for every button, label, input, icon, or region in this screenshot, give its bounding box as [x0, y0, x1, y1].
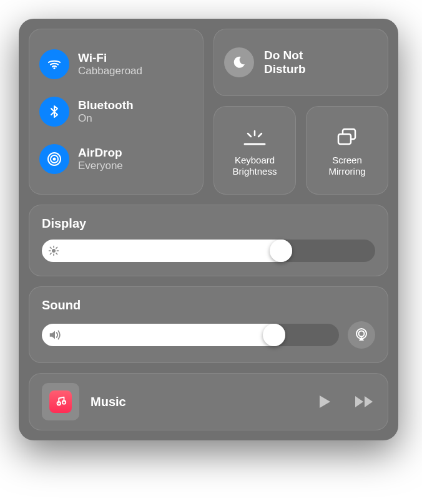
airdrop-text: AirDrop Everyone	[78, 146, 123, 172]
small-tiles-row: Keyboard Brightness Screen Mirroring	[213, 106, 388, 195]
airdrop-subtitle: Everyone	[78, 160, 123, 172]
sound-slider-thumb[interactable]	[263, 324, 285, 346]
dnd-text: Do Not Disturb	[264, 49, 306, 76]
moon-icon	[224, 47, 254, 77]
sound-volume-slider[interactable]	[42, 324, 339, 346]
music-app-icon	[49, 390, 72, 413]
keyboard-brightness-tile[interactable]: Keyboard Brightness	[213, 106, 296, 195]
screen-mirroring-icon	[335, 124, 359, 151]
keyboard-brightness-icon	[242, 124, 267, 151]
wifi-subtitle: Cabbageroad	[78, 65, 142, 77]
svg-line-6	[248, 133, 251, 137]
svg-line-17	[50, 253, 51, 254]
wifi-item[interactable]: Wi-Fi Cabbageroad	[39, 49, 193, 79]
wifi-icon	[39, 49, 69, 79]
dnd-line1: Do Not	[264, 49, 306, 62]
bluetooth-subtitle: On	[78, 112, 134, 125]
next-track-button[interactable]	[354, 394, 375, 409]
dnd-line2: Disturb	[264, 62, 306, 76]
network-tile: Wi-Fi Cabbageroad Bluetooth On	[29, 29, 204, 195]
screen-mirroring-label: Screen Mirroring	[328, 155, 365, 177]
do-not-disturb-tile[interactable]: Do Not Disturb	[213, 29, 388, 96]
control-center-panel: Wi-Fi Cabbageroad Bluetooth On	[19, 19, 398, 440]
svg-line-16	[56, 253, 57, 254]
top-right-column: Do Not Disturb Keyboard Brightness	[213, 29, 388, 195]
svg-rect-9	[338, 134, 351, 144]
album-art-placeholder	[42, 383, 79, 420]
display-title: Display	[42, 216, 375, 231]
wifi-title: Wi-Fi	[78, 51, 142, 65]
bluetooth-title: Bluetooth	[78, 99, 134, 112]
keyboard-brightness-label: Keyboard Brightness	[233, 155, 277, 177]
svg-line-7	[258, 133, 262, 137]
svg-point-0	[53, 67, 55, 69]
now-playing-tile[interactable]: Music	[29, 373, 388, 430]
bluetooth-item[interactable]: Bluetooth On	[39, 97, 193, 127]
airdrop-item[interactable]: AirDrop Everyone	[39, 144, 193, 174]
svg-line-15	[50, 247, 51, 248]
volume-icon	[48, 329, 62, 341]
display-brightness-slider[interactable]	[42, 240, 375, 262]
brightness-icon	[48, 245, 59, 256]
display-slider-thumb[interactable]	[270, 240, 292, 262]
sound-tile: Sound	[29, 286, 388, 363]
bluetooth-text: Bluetooth On	[78, 99, 134, 124]
sound-title: Sound	[42, 298, 375, 313]
display-tile: Display	[29, 205, 388, 276]
airdrop-icon	[39, 144, 69, 174]
wifi-text: Wi-Fi Cabbageroad	[78, 51, 142, 77]
airdrop-title: AirDrop	[78, 146, 123, 160]
svg-point-20	[359, 331, 365, 337]
svg-line-18	[56, 247, 57, 248]
svg-point-10	[52, 249, 56, 253]
music-app-name: Music	[91, 395, 307, 409]
bluetooth-icon	[39, 97, 69, 127]
svg-point-3	[53, 158, 56, 161]
airplay-audio-button[interactable]	[348, 321, 375, 349]
screen-mirroring-tile[interactable]: Screen Mirroring	[306, 106, 388, 195]
top-row: Wi-Fi Cabbageroad Bluetooth On	[29, 29, 388, 195]
play-button[interactable]	[318, 394, 331, 409]
